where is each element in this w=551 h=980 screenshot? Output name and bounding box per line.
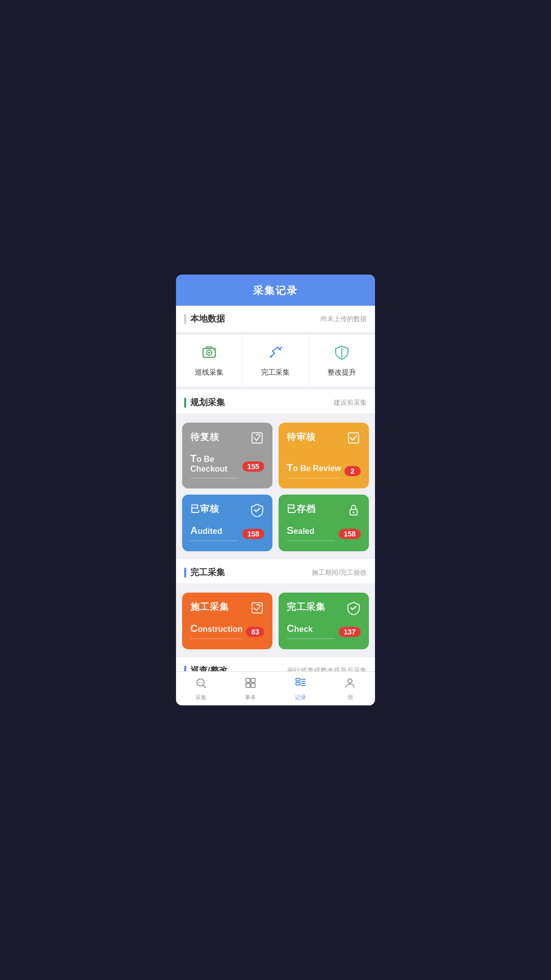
planned-bar <box>184 398 186 408</box>
svg-point-11 <box>353 511 355 513</box>
svg-point-20 <box>202 682 203 683</box>
card-zh-sealed: 已存档 <box>287 503 316 515</box>
quick-action-completion[interactable]: 完工采集 <box>242 335 309 386</box>
completion-label: 完工采集 <box>261 368 290 377</box>
page-title: 采集记录 <box>184 284 367 298</box>
card-bottom-checkout: To Be Checkout 155 <box>190 453 264 480</box>
patrol-section: 巡查/整改 例行巡查或整改提升后采集 <box>176 657 375 671</box>
rectify-label: 整改提升 <box>328 368 356 377</box>
planned-subtitle: 建设前采集 <box>334 398 367 407</box>
card-audited[interactable]: 已审核 Audited 158 <box>182 495 272 551</box>
header: 采集记录 <box>176 275 375 306</box>
local-bar <box>184 314 186 324</box>
svg-line-18 <box>203 685 206 688</box>
svg-rect-26 <box>296 682 300 685</box>
nav-me[interactable]: 我 <box>325 672 375 705</box>
patrol-title: 巡查/整改 <box>190 665 228 671</box>
main-content: 本地数据 尚未上传的数据 巡线采集 <box>176 306 375 671</box>
local-data-section: 本地数据 尚未上传的数据 <box>176 306 375 335</box>
svg-rect-22 <box>251 678 255 682</box>
phone-container: 采集记录 本地数据 尚未上传的数据 <box>176 275 375 705</box>
card-icon-check <box>346 601 361 619</box>
svg-rect-4 <box>213 349 215 350</box>
nav-records[interactable]: 记录 <box>276 672 325 705</box>
card-sealed[interactable]: 已存档 Sealed <box>279 495 369 551</box>
nav-collect-icon <box>195 677 207 692</box>
nav-records-icon <box>294 677 307 692</box>
completion-section: 完工采集 施工期间/完工验收 <box>176 559 375 583</box>
svg-point-31 <box>348 679 352 683</box>
svg-point-5 <box>270 355 272 357</box>
card-zh-review: 待审核 <box>287 431 316 443</box>
completion-section-header: 完工采集 施工期间/完工验收 <box>176 559 375 583</box>
nav-records-label: 记录 <box>295 694 306 701</box>
completion-title-wrap: 完工采集 <box>184 567 225 578</box>
card-zh-checkout: 待复核 <box>190 431 219 443</box>
svg-point-19 <box>198 682 199 683</box>
card-count-check: 137 <box>339 627 361 637</box>
local-data-left: 本地数据 <box>184 313 225 325</box>
card-icon-construction <box>250 601 264 619</box>
card-en-checkout: To Be Checkout <box>190 453 242 474</box>
card-count-sealed: 158 <box>339 529 361 539</box>
bottom-nav: 采集 事务 <box>176 671 375 705</box>
nav-collect[interactable]: 采集 <box>176 672 226 705</box>
card-count-construction: 83 <box>246 627 264 637</box>
nav-me-label: 我 <box>347 694 353 701</box>
quick-action-patrol[interactable]: 巡线采集 <box>176 335 242 386</box>
card-bottom-sealed: Sealed 158 <box>287 525 361 543</box>
card-zh-construction: 施工采集 <box>190 601 229 613</box>
patrol-section-header: 巡查/整改 例行巡查或整改提升后采集 <box>176 657 375 671</box>
card-top-checkout: 待复核 <box>190 431 264 449</box>
patrol-subtitle: 例行巡查或整改提升后采集 <box>287 666 367 672</box>
svg-rect-23 <box>246 683 250 688</box>
svg-rect-24 <box>251 683 255 688</box>
card-en-construction: Construction <box>190 623 246 634</box>
nav-affairs-icon <box>244 677 257 692</box>
completion-title: 完工采集 <box>190 567 225 578</box>
nav-collect-label: 采集 <box>195 694 207 701</box>
card-icon-checkout <box>250 431 264 449</box>
card-bottom-construction: Construction 83 <box>190 623 264 641</box>
svg-rect-21 <box>246 678 250 682</box>
card-zh-audited: 已审核 <box>190 503 219 515</box>
card-icon-sealed <box>346 503 361 521</box>
card-to-be-checkout[interactable]: 待复核 To Be Checkout <box>182 423 272 488</box>
card-en-sealed: Sealed <box>287 525 339 536</box>
completion-icon <box>267 344 284 364</box>
patrol-icon <box>201 344 217 364</box>
card-construction[interactable]: 施工采集 Construction <box>182 593 272 649</box>
quick-action-rectify[interactable]: 整改提升 <box>309 335 375 386</box>
planned-title: 规划采集 <box>190 397 225 408</box>
planned-cards-grid: 待复核 To Be Checkout <box>176 416 375 559</box>
patrol-label: 巡线采集 <box>195 368 223 377</box>
planned-section-header: 规划采集 建设前采集 <box>176 389 375 413</box>
planned-section: 规划采集 建设前采集 <box>176 389 375 413</box>
card-en-check: Check <box>287 623 339 634</box>
card-top-review: 待审核 <box>287 431 361 449</box>
card-top-audited: 已审核 <box>190 503 264 521</box>
svg-point-2 <box>208 352 210 354</box>
nav-me-icon <box>344 677 356 692</box>
card-icon-review <box>346 431 361 449</box>
card-top-sealed: 已存档 <box>287 503 361 521</box>
patrol-bar <box>184 666 186 672</box>
completion-bar <box>184 568 186 578</box>
quick-actions-bar: 巡线采集 完工采集 <box>176 335 375 389</box>
card-count-review: 2 <box>344 466 361 476</box>
local-data-subtitle: 尚未上传的数据 <box>320 314 367 324</box>
card-en-audited: Audited <box>190 525 242 536</box>
card-bottom-audited: Audited 158 <box>190 525 264 543</box>
completion-cards-grid: 施工采集 Construction <box>176 586 375 657</box>
card-en-review: To Be Review <box>287 462 344 474</box>
local-data-title: 本地数据 <box>190 313 225 325</box>
nav-affairs[interactable]: 事务 <box>226 672 276 705</box>
card-to-be-review[interactable]: 待审核 To Be Review 2 <box>279 423 369 488</box>
card-icon-audited <box>250 503 264 521</box>
card-top-check: 完工采集 <box>287 601 361 619</box>
card-check[interactable]: 完工采集 Check 137 <box>279 593 369 649</box>
card-bottom-review: To Be Review 2 <box>287 462 361 480</box>
nav-affairs-label: 事务 <box>245 694 256 701</box>
card-count-audited: 158 <box>242 529 264 539</box>
card-zh-check: 完工采集 <box>287 601 325 613</box>
